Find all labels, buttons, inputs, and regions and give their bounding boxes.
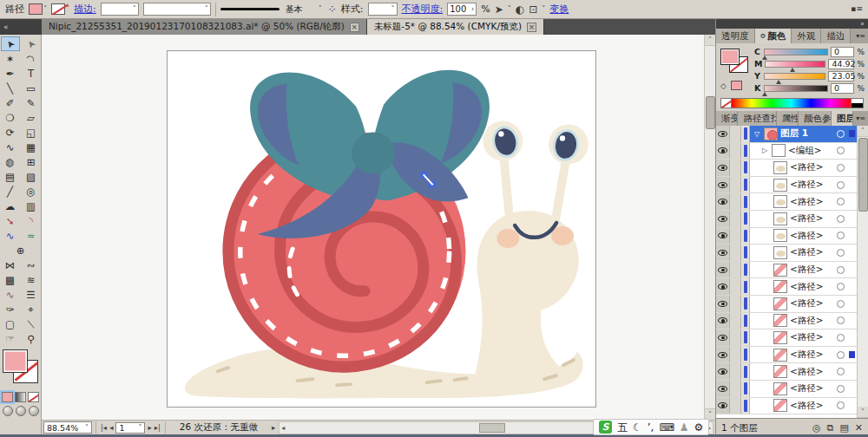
visibility-toggle[interactable] [716,143,730,160]
lock-toggle[interactable] [730,347,741,363]
edit-column[interactable] [741,398,750,414]
layers-scroll-down[interactable]: ˅ [858,407,868,418]
document-tab[interactable]: 未标题-5* @ 88.54% (CMYK/预览)× [367,19,544,35]
next-artboard-button[interactable]: ▸ [148,423,151,432]
document-tab[interactable]: Nipic_21255351_20190123170108321083.ai* … [42,19,367,35]
layer-name[interactable]: <路径> [790,246,824,258]
canvas-area[interactable]: ˄ ˅ [42,35,715,420]
rotate-tool[interactable]: ⟳ [1,125,20,140]
edit-column[interactable] [741,193,750,210]
path-row[interactable]: <路径> [716,363,857,381]
lock-toggle[interactable] [730,177,741,193]
new-sublayer-button[interactable]: ⧉ [827,422,834,434]
visibility-toggle[interactable] [716,193,730,210]
layer-name[interactable]: <路径> [790,366,824,378]
layers-scroll-thumb[interactable] [858,138,868,212]
lock-toggle[interactable] [730,296,741,312]
target-circle[interactable] [837,147,845,154]
target-circle[interactable] [837,266,845,274]
path-row[interactable]: <路径> [716,347,857,364]
visibility-toggle[interactable] [716,126,730,142]
slider-handle[interactable] [776,80,781,84]
tab-描边[interactable]: 描边 [821,29,851,43]
lock-toggle[interactable] [730,398,741,414]
panel-list-icon[interactable]: ▪≡ [851,5,863,13]
paintbrush-tool[interactable]: ✐ [1,95,20,110]
path-row[interactable]: <路径> [716,177,857,194]
layer-name[interactable]: <路径> [790,315,824,327]
lock-toggle[interactable] [730,278,741,295]
opacity-link[interactable]: 不透明度: [402,3,444,16]
slider-handle[interactable] [790,68,795,72]
lock-toggle[interactable] [730,313,741,329]
arc-tool[interactable]: ◝ [22,213,41,228]
layer-name[interactable]: <路径> [790,230,824,242]
visibility-toggle[interactable] [716,329,730,346]
visibility-toggle[interactable] [716,381,730,397]
shape-builder-tool[interactable]: ◍ [1,154,20,169]
tab-颜色[interactable]: ≎颜色 [755,29,792,43]
none-mode-button[interactable] [28,392,39,402]
tab-渐变[interactable]: 渐变 [716,111,738,126]
path-row[interactable]: <路径> [716,278,857,296]
pencil-tool[interactable]: ✎ [22,95,41,110]
fill-color-swatch[interactable] [29,3,43,15]
ime-toolbar[interactable]: S 五 ☾ ’, ⌨ ♟ ⚙ [593,419,709,435]
gradient-tool[interactable]: ▨ [22,169,41,184]
layer-name[interactable]: <路径> [790,349,824,361]
line-segment-tool[interactable]: ╲ [1,81,20,95]
layers-scroll-up[interactable]: ˄ [858,126,868,137]
edit-column[interactable] [741,329,750,346]
scribble-tool[interactable]: ∿ [1,287,20,302]
tab-图层[interactable]: 图层 [832,111,853,126]
path-eraser-tool[interactable]: ➘ [1,213,20,228]
crosshair-tool[interactable]: ⊕ [1,243,41,258]
tab-属性[interactable]: 属性 [777,111,799,126]
envelope-distort-tool[interactable]: ⋈ [1,258,20,272]
wubi-mode-icon[interactable]: 五 [617,422,628,433]
prev-artboard-button[interactable]: ◂ [109,423,113,432]
login-person-icon[interactable]: ♟ [680,422,689,433]
visibility-toggle[interactable] [716,363,730,380]
chevron-down-icon[interactable]: ˅ [508,5,511,13]
dots-icon[interactable]: ⁘ [328,4,337,15]
wrinkle-tool[interactable]: ≋ [22,272,41,287]
path-row[interactable]: <路径> [716,398,857,415]
edit-column[interactable] [741,363,750,380]
tab-路径查找器[interactable]: 路径查找器 [738,111,776,126]
target-circle[interactable] [837,249,845,257]
layer-name[interactable]: <路径> [790,331,824,343]
tab-颜色参考[interactable]: 颜色参考 [799,111,832,126]
stroke-color-picker[interactable]: ˅ [51,3,69,15]
brush-definition-combo[interactable]: 基本 ˅ [284,3,324,16]
knife-tool[interactable]: ⟍ [22,316,41,331]
graph-tool[interactable]: ▥ [22,199,41,213]
polyline-tool[interactable]: ∿ [1,228,20,243]
type-tool[interactable]: T [22,66,41,81]
visibility-toggle[interactable] [716,278,730,295]
expand-triangle-icon[interactable]: ▽ [753,130,761,138]
visibility-toggle[interactable] [716,296,730,312]
perspective-grid-tool[interactable]: ⊞ [22,154,41,169]
rectangle-tool[interactable]: ▭ [22,81,41,95]
path-row[interactable]: <路径> [716,211,857,228]
gamut-color-swatch[interactable] [731,81,742,90]
spectrum-none-swatch[interactable] [721,99,732,108]
chevron-down-icon[interactable]: ˅ [43,5,47,13]
slider-value-M[interactable]: 44.92 [828,59,854,69]
target-circle[interactable] [837,316,845,324]
stroke-weight-combo[interactable]: ˅ [101,3,139,16]
target-circle[interactable] [837,351,845,359]
lasso-tool[interactable]: ◠ [22,51,41,66]
lock-toggle[interactable] [730,143,741,160]
slider-value-K[interactable]: 0 [831,83,854,94]
edit-column[interactable] [741,177,750,193]
artboard[interactable] [167,50,596,408]
align-icon[interactable]: ⊡ [529,4,537,15]
slider-track-M[interactable] [765,61,825,68]
lock-toggle[interactable] [730,126,741,142]
path-row[interactable]: <路径> [716,296,857,313]
opacity-input[interactable]: 100 › [447,3,477,16]
visibility-toggle[interactable] [716,228,730,245]
layer-name[interactable]: 图层 1 [780,127,808,140]
